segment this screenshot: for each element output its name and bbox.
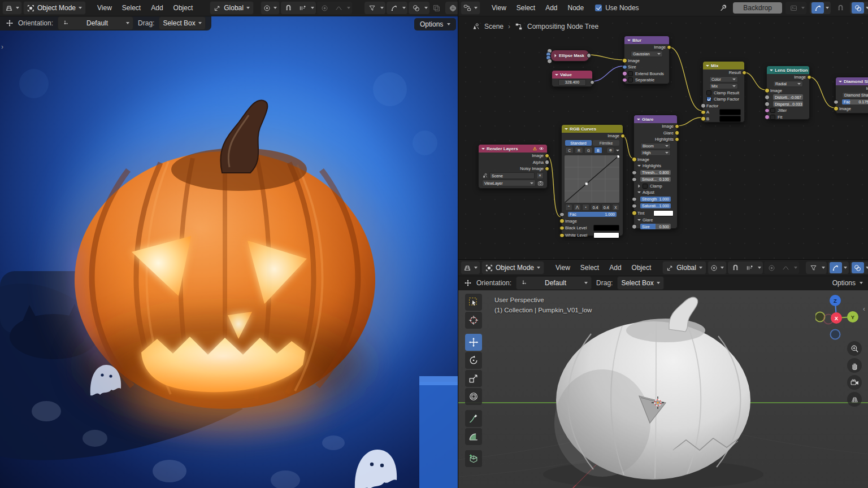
tool-add-cube[interactable] xyxy=(465,450,482,467)
tint-swatch[interactable] xyxy=(653,210,674,216)
show-hide-filter[interactable] xyxy=(366,2,379,14)
zoom-in-button[interactable]: ⊕ xyxy=(606,147,615,154)
menu-object[interactable]: Object xyxy=(169,2,198,14)
collapse-arrow-icon[interactable] xyxy=(770,69,773,71)
menu-select[interactable]: Select xyxy=(576,262,604,273)
section-arrow-icon[interactable] xyxy=(639,184,640,188)
collapse-arrow-icon[interactable] xyxy=(627,40,631,41)
backdrop-button[interactable]: Backdrop xyxy=(733,2,782,14)
collapse-arrow-icon[interactable] xyxy=(706,65,709,67)
scene-field[interactable]: Scene xyxy=(489,172,535,179)
collapse-arrow-icon[interactable] xyxy=(481,148,485,150)
pivot-point-selector[interactable] xyxy=(708,261,727,274)
use-nodes-toggle[interactable]: Use Nodes xyxy=(595,4,639,12)
image-output-socket[interactable] xyxy=(667,45,672,50)
snap-target-selector[interactable] xyxy=(297,2,309,14)
jitter-socket[interactable] xyxy=(765,108,770,114)
value-field[interactable]: 328.400 xyxy=(558,79,586,86)
node-canvas[interactable]: Scene › Compositing Node Tree Ellipse Ma… xyxy=(458,16,868,259)
bottom-options-button[interactable]: Options xyxy=(832,279,863,287)
size-input-socket[interactable] xyxy=(622,65,627,70)
jitter-checkbox[interactable] xyxy=(770,108,775,113)
image-input-socket[interactable] xyxy=(559,219,565,224)
dispersion-slider[interactable]: Dispersi...0.033 xyxy=(773,101,803,107)
a-input-socket[interactable] xyxy=(701,110,706,115)
menu-select[interactable]: Select xyxy=(118,2,145,14)
menu-add[interactable]: Add xyxy=(146,2,167,14)
falloff-selector[interactable] xyxy=(333,2,345,14)
orientation-dropdown[interactable]: Default xyxy=(516,276,592,290)
fit-checkbox[interactable] xyxy=(770,115,775,120)
noisy-image-output-socket[interactable] xyxy=(545,167,550,172)
glare-output-socket[interactable] xyxy=(675,130,680,136)
overlays-toggle[interactable] xyxy=(852,2,864,14)
falloff-selector[interactable] xyxy=(780,262,792,273)
tint-input-socket[interactable] xyxy=(632,211,637,216)
tool-cursor[interactable] xyxy=(465,312,482,329)
saturation-input-socket[interactable] xyxy=(632,203,637,208)
collapse-arrow-icon[interactable] xyxy=(555,54,557,58)
overlays-toggle[interactable] xyxy=(410,2,423,14)
camera-view-button[interactable] xyxy=(847,375,862,390)
tab-standard[interactable]: Standard xyxy=(565,140,592,146)
node-ellipse-mask[interactable]: Ellipse Mask xyxy=(550,50,589,62)
editor-type-selector[interactable] xyxy=(461,1,480,15)
highlights-output-socket[interactable] xyxy=(675,137,680,142)
backdrop-image-icon[interactable] xyxy=(787,2,800,14)
node-mix[interactable]: Mix Result Color Mix Clamp Result Clamp … xyxy=(702,61,745,123)
tool-scale[interactable] xyxy=(465,370,482,387)
gizmo-toggle[interactable] xyxy=(811,2,824,14)
eye-icon[interactable] xyxy=(539,146,544,151)
perspective-toggle-button[interactable] xyxy=(847,392,862,407)
gizmo-toggle[interactable] xyxy=(388,2,401,14)
show-hide-filter[interactable] xyxy=(808,262,820,273)
node-lens-distortion[interactable]: Lens Distortion Image Radial Image Disto… xyxy=(766,66,810,120)
fit-socket[interactable] xyxy=(765,115,770,120)
collapse-arrow-icon[interactable] xyxy=(555,74,558,76)
smooth-slider[interactable]: Smoot...0.100 xyxy=(640,177,671,182)
image-output-socket[interactable] xyxy=(545,154,550,159)
extend-bounds-socket[interactable] xyxy=(622,71,627,76)
separable-socket[interactable] xyxy=(622,78,627,83)
node-rgb-curves[interactable]: RGB Curves Image Standard Filmlike C R G… xyxy=(561,124,623,236)
filter-type-dropdown[interactable]: Diamond Sharpen xyxy=(842,92,868,99)
image-output-socket[interactable] xyxy=(807,75,812,80)
view-layer-dropdown[interactable]: ViewLayer xyxy=(482,180,536,186)
strength-slider[interactable]: Strength1.000 xyxy=(640,197,671,202)
snap-magnet-toggle[interactable] xyxy=(730,262,742,273)
a-color-swatch[interactable] xyxy=(719,109,741,115)
breadcrumb-scene[interactable]: Scene xyxy=(484,23,504,30)
section-arrow-icon[interactable] xyxy=(637,191,641,193)
pan-hand-button[interactable] xyxy=(847,358,862,373)
handle-vector-icon[interactable]: ⋀ xyxy=(574,204,581,211)
menu-view[interactable]: View xyxy=(93,2,116,14)
navigation-gizmo[interactable]: Z Y X xyxy=(815,293,864,341)
distortion-type-dropdown[interactable]: Radial xyxy=(773,81,803,88)
b-input-socket[interactable] xyxy=(701,116,706,121)
menu-view[interactable]: View xyxy=(551,262,575,273)
glare-quality-dropdown[interactable]: High xyxy=(640,150,671,156)
threshold-input-socket[interactable] xyxy=(632,170,637,175)
hidden-input-socket[interactable] xyxy=(547,59,552,64)
region-expand-arrow[interactable]: › xyxy=(1,43,3,51)
collapse-arrow-icon[interactable] xyxy=(565,128,568,130)
channel-g-button[interactable]: G xyxy=(584,147,593,154)
node-filter-sharpen[interactable]: Diamond Shar... Ima Diamond Sharpen Fac0… xyxy=(835,77,868,114)
drag-dropdown[interactable]: Select Box xyxy=(617,276,663,290)
axis-neg-z[interactable] xyxy=(831,330,840,339)
transform-orientation-selector[interactable]: Global xyxy=(662,261,706,274)
menu-select[interactable]: Select xyxy=(512,2,540,14)
handle-auto-icon[interactable]: ⌃ xyxy=(565,204,572,211)
alpha-output-socket[interactable] xyxy=(545,160,550,165)
snap-target-selector[interactable] xyxy=(744,262,756,273)
menu-add[interactable]: Add xyxy=(541,2,562,14)
clamp-checkbox[interactable] xyxy=(643,184,648,189)
point-y-field[interactable]: 0.4 xyxy=(601,204,611,211)
tool-rotate[interactable] xyxy=(465,352,482,369)
render-layer-icon[interactable] xyxy=(537,180,544,186)
editor-type-selector[interactable] xyxy=(2,1,22,15)
black-level-swatch[interactable] xyxy=(593,225,619,231)
pin-icon[interactable] xyxy=(717,2,730,14)
glare-type-dropdown[interactable]: Bloom xyxy=(640,143,671,150)
proportional-editing-toggle[interactable] xyxy=(766,262,778,273)
